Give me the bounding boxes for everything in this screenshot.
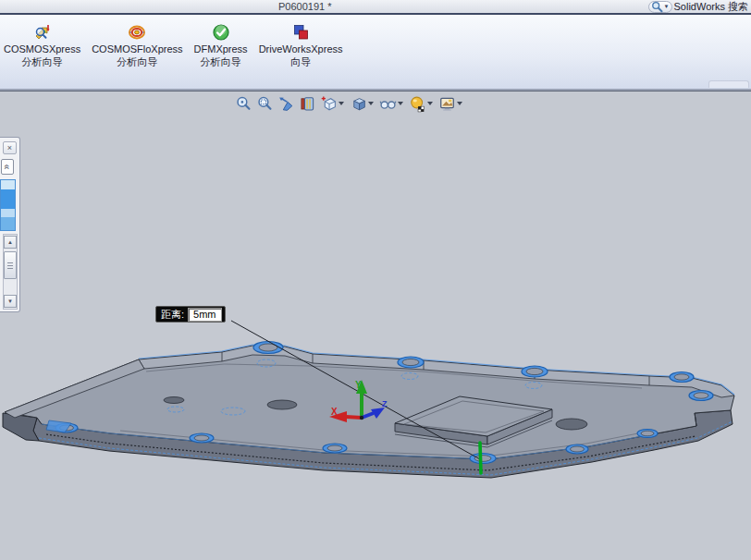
titlebar-separator	[0, 13, 751, 15]
zoom-to-fit-icon	[235, 95, 252, 113]
apply-scene-button[interactable]	[437, 94, 465, 114]
section-view-button[interactable]	[298, 94, 317, 114]
triad-y-label: Y	[355, 380, 362, 390]
view-previous-icon	[277, 95, 295, 113]
search-caret-icon: ▼	[664, 4, 670, 9]
cosmosxpress-button[interactable]: COSMOSXpress 分析向导	[1, 23, 83, 68]
zoom-to-area-button[interactable]	[255, 94, 275, 114]
titlebar: P0600191 * ▼ SolidWorks 搜索	[0, 0, 751, 13]
dfmxpress-icon	[212, 23, 230, 42]
view-previous-button[interactable]	[277, 94, 296, 114]
scrollbar-thumb[interactable]	[4, 251, 17, 279]
cosmosxpress-icon	[33, 23, 52, 42]
search-scope-button[interactable]: ▼	[648, 1, 672, 13]
xpress-toolbar: COSMOSXpress 分析向导 COSMOSFloXpress 分析向导	[0, 15, 751, 91]
driveworksxpress-label: DriveWorksXpress	[259, 43, 343, 55]
cosmosfloxpress-icon	[128, 23, 146, 42]
cosmosfloxpress-button[interactable]: COSMOSFloXpress 分析向导	[89, 23, 185, 68]
cosmosfloxpress-label: COSMOSFloXpress	[92, 43, 182, 55]
measured-edge-green[interactable]	[480, 443, 481, 473]
zoom-to-fit-button[interactable]	[234, 94, 253, 114]
view-orientation-icon	[320, 95, 338, 113]
view-orientation-button[interactable]	[319, 94, 347, 114]
cosmosxpress-sublabel: 分析向导	[22, 56, 63, 68]
measure-callout: 距离: 5mm	[155, 306, 226, 323]
driveworksxpress-sublabel: 向导	[290, 56, 311, 68]
document-title: P0600191 *	[278, 1, 332, 12]
driveworksxpress-button[interactable]: DriveWorksXpress 向导	[256, 23, 346, 68]
edit-appearance-caret-icon	[427, 102, 433, 105]
toolbar-corner-tab	[708, 80, 749, 88]
measure-label: 距离:	[161, 308, 184, 321]
zoom-to-area-icon	[256, 95, 274, 113]
triad-z-label: Z	[382, 399, 388, 408]
scroll-down-button[interactable]: ▼	[4, 295, 17, 308]
cosmosfloxpress-sublabel: 分析向导	[117, 56, 157, 68]
panel-close-button[interactable]: ×	[3, 141, 17, 154]
edit-appearance-icon	[409, 95, 426, 113]
hide-show-items-icon	[379, 95, 397, 113]
section-view-icon	[299, 95, 316, 113]
dfmxpress-sublabel: 分析向导	[201, 56, 241, 68]
display-style-icon	[350, 95, 367, 113]
driveworksxpress-icon	[291, 23, 310, 42]
display-style-button[interactable]	[349, 94, 376, 114]
view-orientation-caret-icon	[339, 102, 344, 105]
hide-show-items-caret-icon	[398, 102, 403, 105]
cosmosxpress-label: COSMOSXpress	[4, 43, 80, 55]
display-style-caret-icon	[368, 102, 374, 105]
dfmxpress-button[interactable]: DFMXpress 分析向导	[191, 23, 251, 68]
search-label: SolidWorks 搜索	[674, 0, 749, 14]
hide-show-items-button[interactable]	[378, 94, 406, 114]
scroll-up-button[interactable]: ▲	[4, 236, 17, 249]
measure-value: 5mm	[188, 308, 221, 322]
chevron-up-icon: «	[1, 164, 15, 170]
search-icon	[651, 1, 663, 13]
view-heads-up-toolbar	[234, 91, 465, 116]
dfmxpress-label: DFMXpress	[194, 43, 248, 55]
panel-selected-item[interactable]	[0, 179, 16, 231]
apply-scene-caret-icon	[457, 102, 462, 105]
solidworks-window: P0600191 * ▼ SolidWorks 搜索	[0, 0, 751, 560]
triad-x-label: X	[331, 407, 338, 417]
apply-scene-icon	[438, 95, 456, 113]
edit-appearance-button[interactable]	[408, 94, 436, 114]
solidworks-search[interactable]: ▼ SolidWorks 搜索	[648, 0, 749, 13]
panel-collapse-button[interactable]: «	[1, 159, 14, 175]
panel-scrollbar[interactable]: ▲ ▼	[3, 234, 18, 310]
left-panel: × « ▲ ▼	[0, 137, 20, 312]
